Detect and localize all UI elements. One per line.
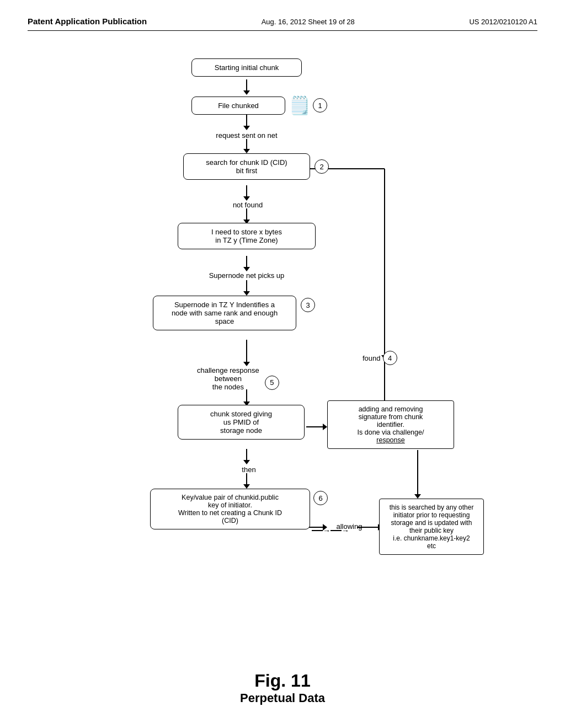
diagram-container: Starting initial chunk File chunked 🗒️ 1… [28, 47, 537, 705]
node-found: found 4 [363, 351, 397, 365]
node-chunk-stored: chunk stored giving us PMID of storage n… [178, 405, 305, 440]
arrows-svg [76, 53, 489, 660]
node-request-sent: request sent on net [205, 131, 288, 140]
svg-marker-22 [243, 460, 250, 464]
svg-marker-5 [243, 149, 250, 153]
badge-1: 1 [313, 98, 327, 113]
figure-number: Fig. 11 [240, 671, 325, 691]
badge-3: 3 [301, 298, 315, 312]
flow-area: Starting initial chunk File chunked 🗒️ 1… [76, 53, 489, 660]
svg-marker-34 [414, 494, 421, 499]
node-file-chunked: File chunked 🗒️ 1 [191, 95, 327, 116]
arrow-allowing: → → [312, 526, 349, 535]
file-icon: 🗒️ [289, 95, 311, 116]
svg-marker-1 [243, 90, 250, 95]
node-not-found: not found [215, 201, 281, 209]
node-searched-by-initiator: this is searched by any other initiator … [379, 499, 484, 555]
badge-6: 6 [313, 491, 328, 505]
node-starting-initial-chunk: Starting initial chunk [191, 58, 302, 77]
badge-4: 4 [383, 351, 397, 365]
node-supernode-tz-y: Supernode in TZ Y Indentifies a node wit… [153, 296, 315, 330]
figure-caption: Fig. 11 Perpetual Data [240, 671, 325, 705]
svg-marker-18 [243, 362, 250, 366]
svg-marker-13 [243, 291, 250, 296]
page: Patent Application Publication Aug. 16, … [0, 0, 565, 728]
svg-marker-7 [243, 196, 250, 201]
node-store-bytes: I need to store x bytes in TZ y (Time Zo… [178, 223, 316, 249]
header: Patent Application Publication Aug. 16, … [28, 17, 537, 31]
node-search-chunk-id: search for chunk ID (CID) bit first 2 [183, 153, 329, 180]
header-patent-number: US 2012/0210120 A1 [469, 18, 537, 26]
header-date-sheet: Aug. 16, 2012 Sheet 19 of 28 [262, 18, 355, 26]
node-then: then [232, 465, 265, 474]
node-adding-removing: adding and removing signature from chunk… [327, 400, 454, 449]
node-key-value-pair: Key/value pair of chunkid.public key of … [150, 489, 328, 529]
badge-2: 2 [315, 159, 329, 174]
node-challenge-response: challenge response between the nodes 5 [197, 366, 279, 391]
svg-marker-3 [243, 126, 250, 130]
header-publication-label: Patent Application Publication [28, 17, 147, 26]
svg-marker-11 [243, 267, 250, 271]
svg-marker-26 [323, 424, 327, 430]
svg-marker-24 [243, 484, 250, 489]
figure-title: Perpetual Data [240, 691, 325, 705]
node-supernode-picks-up: Supernode net picks up [191, 271, 302, 280]
badge-5: 5 [265, 376, 279, 390]
